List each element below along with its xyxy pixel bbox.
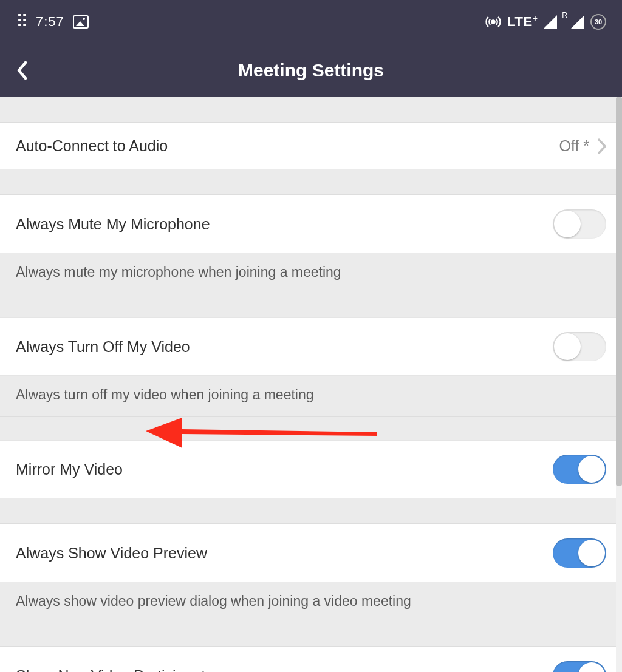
row-description: Always show video preview dialog when jo… xyxy=(0,582,622,623)
show-video-preview-row: Always Show Video Preview xyxy=(0,524,622,582)
scrollbar-track[interactable] xyxy=(616,97,622,672)
hotspot-icon xyxy=(485,14,501,30)
chevron-right-icon xyxy=(598,138,606,154)
row-label: Show Non-Video Participants xyxy=(16,667,213,673)
section-gap xyxy=(0,97,622,123)
signal-icon-2 xyxy=(571,15,584,29)
status-right: LTE+ R 30 xyxy=(485,13,606,30)
svg-point-0 xyxy=(492,20,495,23)
header: Meeting Settings xyxy=(0,44,622,97)
auto-connect-audio-row[interactable]: Auto-Connect to Audio Off * xyxy=(0,123,622,169)
signal-icon xyxy=(544,15,557,29)
roaming-badge: R xyxy=(562,11,567,19)
section-gap xyxy=(0,169,622,195)
status-time: 7:57 xyxy=(36,14,64,30)
row-label: Always Mute My Microphone xyxy=(16,216,210,233)
toggle-knob xyxy=(554,333,581,360)
network-type: LTE+ xyxy=(507,13,538,30)
non-video-participants-toggle[interactable] xyxy=(553,661,606,672)
blackberry-icon: ⠿ xyxy=(16,13,27,30)
row-label: Auto-Connect to Audio xyxy=(16,137,168,155)
mirror-video-toggle[interactable] xyxy=(553,455,606,484)
picture-icon xyxy=(73,15,89,29)
row-value-group: Off * xyxy=(559,137,606,155)
toggle-knob xyxy=(578,540,605,566)
status-left: ⠿ 7:57 xyxy=(16,13,89,30)
row-description: Always turn off my video when joining a … xyxy=(0,376,622,417)
turn-off-video-toggle[interactable] xyxy=(553,332,606,361)
section-gap xyxy=(0,498,622,524)
mirror-video-row: Mirror My Video xyxy=(0,440,622,498)
section-gap xyxy=(0,294,622,317)
page-title: Meeting Settings xyxy=(238,60,384,81)
status-bar: ⠿ 7:57 LTE+ R 30 xyxy=(0,0,622,44)
row-value: Off * xyxy=(559,137,589,155)
mute-microphone-row: Always Mute My Microphone xyxy=(0,195,622,253)
battery-icon: 30 xyxy=(590,14,606,30)
settings-content: Auto-Connect to Audio Off * Always Mute … xyxy=(0,97,622,672)
section-gap xyxy=(0,623,622,647)
row-label: Mirror My Video xyxy=(16,461,123,478)
scrollbar-thumb[interactable] xyxy=(616,97,622,486)
mute-microphone-toggle[interactable] xyxy=(553,209,606,239)
toggle-knob xyxy=(578,456,605,483)
toggle-knob xyxy=(554,211,581,237)
row-description: Always mute my microphone when joining a… xyxy=(0,253,622,294)
non-video-participants-row: Show Non-Video Participants xyxy=(0,647,622,672)
row-label: Always Turn Off My Video xyxy=(16,338,190,356)
row-label: Always Show Video Preview xyxy=(16,545,207,562)
chevron-left-icon xyxy=(16,61,28,80)
show-video-preview-toggle[interactable] xyxy=(553,538,606,568)
section-gap xyxy=(0,417,622,440)
toggle-knob xyxy=(578,662,605,672)
back-button[interactable] xyxy=(11,56,33,85)
turn-off-video-row: Always Turn Off My Video xyxy=(0,317,622,376)
